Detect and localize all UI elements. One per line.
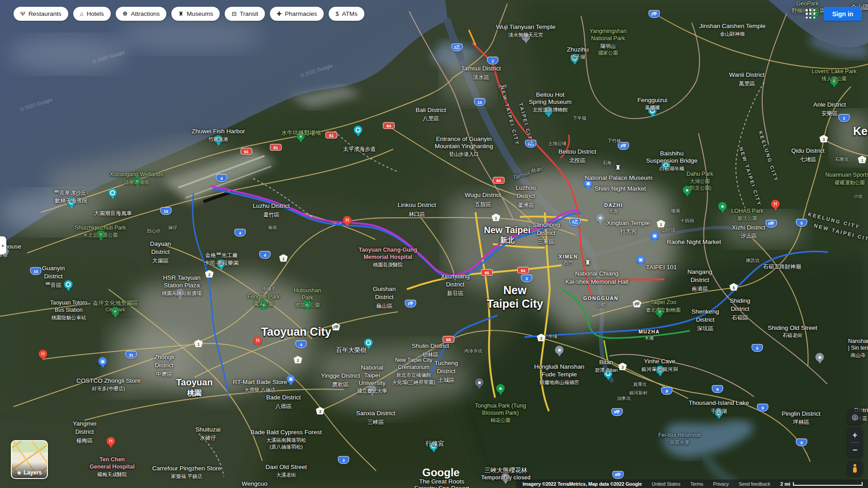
map-place-label[interactable]: TAIPEI 101 [646, 264, 677, 271]
map-place-label[interactable]: 新荘區 [447, 290, 463, 297]
map-place-label[interactable]: National Park [591, 35, 625, 42]
map-place-label[interactable]: Sanxia District [356, 410, 395, 417]
map-place-label[interactable]: 家樂福 平鎮店 [171, 473, 202, 480]
map-place-label[interactable]: 北投區 [569, 157, 585, 164]
map-place-label[interactable]: 五股區 [475, 201, 491, 208]
map-place-label[interactable]: Nangang [688, 268, 712, 275]
map-place-label[interactable]: 萬里區 [739, 80, 755, 88]
map-place-label[interactable]: 桃園高鐵站前廣場 [162, 290, 202, 297]
map-place-label[interactable]: Luzhu District [253, 202, 290, 209]
map-place-label[interactable]: Taipei Zoo [650, 299, 676, 305]
map-place-label[interactable]: 大潤發 八德店 [244, 387, 275, 394]
map-place-label[interactable]: 百年大榮樹 [336, 346, 367, 354]
map-place-label[interactable]: Bade Bald Cypress Forest [250, 429, 322, 436]
chip-attractions[interactable]: ☸Attractions [116, 7, 166, 21]
map-place-label[interactable]: 三重區 [538, 238, 554, 246]
map-place-label[interactable]: Xucuogang Wetlands [110, 171, 164, 178]
map-place-label[interactable]: New [503, 284, 526, 297]
map-place-label[interactable]: Forestry Spa Resort [415, 485, 469, 488]
map-place-label[interactable]: 楊梅天成醫院 [97, 471, 127, 478]
map-place-label[interactable]: Fude Temple [542, 371, 577, 378]
map-place-label[interactable]: Raohe Night Market [667, 239, 721, 245]
map-place-label[interactable]: 三峽大熊櫻花林 [485, 466, 528, 474]
map-place-label[interactable]: Baishihu [660, 150, 684, 157]
map-place-label[interactable]: 坪林區 [793, 418, 809, 426]
map-place-label[interactable]: Yangmingshan [590, 28, 627, 34]
map-place-label[interactable]: Kee [853, 125, 868, 138]
map-place-label[interactable]: 行修宮 [426, 440, 444, 448]
map-place-label[interactable]: Tamsui District [461, 65, 501, 72]
map-place-label[interactable]: 白石湖吊橋 [660, 165, 684, 172]
map-place-label[interactable]: 碧潭-Bitan [595, 367, 618, 374]
map-place-label[interactable]: Shenkeng [692, 308, 719, 315]
map-place-label[interactable]: Yangmei [73, 420, 96, 427]
map-place-label[interactable]: 楊梅區 [76, 437, 93, 445]
map-place-label[interactable]: Bus Station [55, 307, 82, 313]
chip-transit[interactable]: ⊟Transit [225, 7, 265, 21]
attribution-link-united-states[interactable]: United States [652, 481, 680, 487]
map-place-label[interactable]: Fenghe Park [247, 294, 280, 300]
map-place-label[interactable]: National Chiang [575, 270, 618, 277]
map-place-label[interactable]: 桃園龍貓公車站 [52, 314, 86, 321]
map-place-label[interactable]: District [44, 273, 62, 280]
map-place-label[interactable]: Linkou District [398, 202, 436, 208]
map-place-label[interactable]: 登山步道入口 [449, 151, 479, 158]
map-place-label[interactable]: Guishan [373, 286, 396, 292]
map-place-label[interactable]: 大溪區南興落羽松 [266, 437, 306, 444]
side-panel-collapse-tab[interactable]: ▸ [0, 236, 6, 254]
map-place-label[interactable]: (防災公園) [688, 185, 711, 192]
map-place-label[interactable]: 好市多(中壢店) [92, 385, 125, 392]
map-place-label[interactable]: 林口區 [409, 211, 425, 218]
map-place-label[interactable]: District [437, 368, 455, 375]
map-place-label[interactable]: 卡司·蒂菈樂園 [204, 259, 239, 267]
map-place-label[interactable]: 崙坪文化地景園區 [93, 300, 138, 307]
map-place-label[interactable]: 行天宮 [620, 228, 637, 235]
map-place-label[interactable]: 石碹五路財神廟 [763, 263, 801, 271]
map-place-label[interactable]: 桐花公園 [491, 417, 510, 424]
chip-museums[interactable]: ♜Museums [171, 7, 220, 21]
memorial-icon[interactable]: ♜ [585, 258, 590, 267]
map-place-label[interactable]: 數林子海濱段 [55, 197, 87, 205]
map-place-label[interactable]: District [75, 428, 94, 435]
map-place-label[interactable]: Shuituzai [195, 426, 221, 433]
map-place-label[interactable]: Sanchong [533, 221, 560, 228]
camera-pin[interactable] [354, 126, 363, 134]
map-place-label[interactable]: Nuannuan Sports P [825, 172, 868, 178]
map-place-label[interactable]: Pinglin District [782, 410, 821, 417]
map-place-label[interactable]: Jinshan Caishen Temple [699, 23, 766, 29]
chip-pharmacies[interactable]: ✚Pharmacies [270, 7, 324, 21]
map-place-label[interactable]: 新北市立殯儀館 [396, 372, 431, 379]
map-place-label[interactable]: National [361, 364, 383, 371]
map-place-label[interactable]: 覀音草漯沙丘- [54, 189, 88, 197]
map-place-label[interactable]: National Palace Museum [585, 174, 652, 181]
map-place-label[interactable]: 桃園 [187, 389, 202, 398]
map-place-label[interactable]: 大溪老街 [276, 472, 296, 479]
chip-hotels[interactable]: ⌂Hotels [73, 7, 111, 21]
map-place-label[interactable]: 火化場(三峽昇華園) [392, 379, 435, 386]
camera-pin[interactable] [64, 280, 73, 289]
map-place-label[interactable]: Qidu District [791, 147, 825, 154]
map-place-label[interactable]: District [375, 294, 393, 300]
map-place-label[interactable]: 銀河瀑布|銀河洞 [642, 366, 678, 373]
map-place-label[interactable]: Blossom Park) [482, 410, 519, 416]
palace-icon[interactable]: ♜ [615, 164, 621, 172]
map-place-label[interactable]: Shulin District [412, 343, 449, 349]
map-place-label[interactable]: 暖暖運動公園 [835, 179, 865, 186]
camera-pin[interactable] [108, 188, 117, 197]
map-place-label[interactable]: Yinhe Cave [644, 358, 675, 365]
map-place-label[interactable]: Xingtian Temple [607, 220, 650, 226]
map-place-label[interactable]: 蘆竹區 [263, 211, 279, 219]
map-place-label[interactable]: 水之丘主題公園 [83, 232, 118, 239]
map-place-label[interactable]: Ten Chen [99, 456, 125, 463]
map-place-label[interactable]: Taoyuan City [261, 325, 331, 338]
map-place-label[interactable]: 新北 [500, 236, 514, 245]
map-place-label[interactable]: Spring Museum [529, 99, 572, 105]
map-place-label[interactable]: District [690, 277, 709, 283]
map-place-label[interactable]: University [359, 380, 385, 386]
map-place-label[interactable]: 水牛坑越野場地 [281, 129, 321, 137]
map-place-label[interactable]: Taipei [364, 372, 380, 379]
map-place-label[interactable]: 桃園長庚醫院 [373, 262, 403, 268]
map-place-label[interactable]: Wugu District [465, 192, 501, 198]
map-place-label[interactable]: Shilin Night Market [594, 185, 646, 192]
chip-atms[interactable]: $ATMs [329, 7, 364, 21]
